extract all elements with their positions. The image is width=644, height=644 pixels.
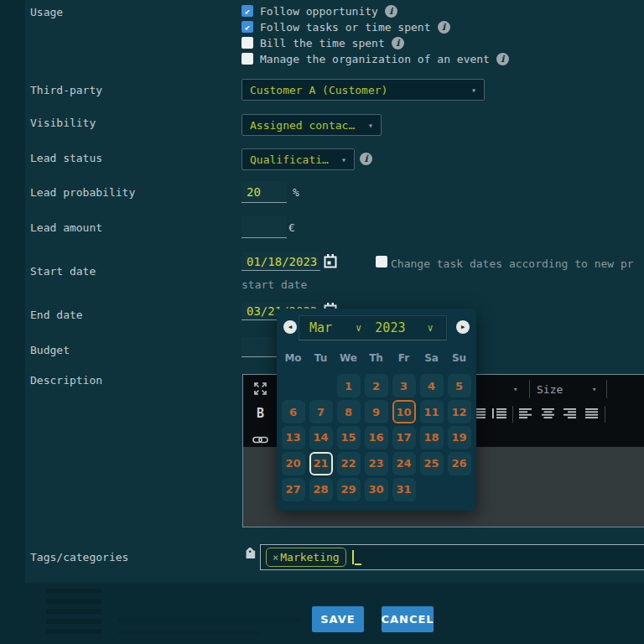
fullscreen-icon[interactable] (254, 382, 267, 395)
calendar-day-24[interactable]: 24 (392, 452, 416, 475)
align-center-icon[interactable] (542, 408, 554, 418)
calendar-day-6[interactable]: 6 (282, 400, 305, 423)
calendar-day-20[interactable]: 20 (282, 452, 305, 475)
calendar-day-21[interactable]: 21 (309, 452, 333, 475)
day-cell: 4 (418, 373, 445, 399)
tags-label: Tags/categories (30, 551, 128, 564)
weekday-label: We (335, 352, 362, 366)
day-cell: 21 (307, 450, 335, 476)
info-icon[interactable]: i (360, 153, 372, 165)
cancel-button[interactable]: CANCEL (382, 606, 434, 632)
tag-chip: ×Marketing (266, 548, 346, 567)
link-icon[interactable] (252, 435, 268, 444)
save-button[interactable]: SAVE (312, 606, 364, 632)
start-date-input[interactable]: 01/18/2023 (242, 252, 320, 271)
usage-options: ✔Follow opportunityi✔Follow tasks or tim… (242, 5, 509, 65)
calendar-day-16[interactable]: 16 (365, 426, 388, 449)
lead-amount-input[interactable] (242, 216, 287, 238)
weekday-label: Th (362, 352, 390, 366)
day-cell: 8 (335, 399, 362, 425)
calendar-icon[interactable] (324, 254, 337, 268)
tag-icon (243, 548, 257, 562)
day-cell: 16 (362, 425, 390, 451)
align-left-icon[interactable] (519, 408, 532, 418)
info-icon[interactable]: i (438, 21, 450, 34)
faded-text-remnant (117, 631, 260, 635)
usage-option-label: Manage the organization of an event (260, 53, 490, 65)
visibility-select[interactable]: Assigned contac… ▾ (242, 114, 382, 136)
year-select[interactable]: 2023 (375, 320, 405, 335)
change-task-dates-checkbox[interactable] (376, 256, 387, 267)
calendar-day-26[interactable]: 26 (448, 452, 471, 475)
day-cell: 15 (335, 425, 362, 451)
lead-status-label: Lead status (30, 152, 102, 164)
calendar-day-8[interactable]: 8 (337, 400, 361, 423)
end-date-label: End date (30, 309, 83, 321)
description-label: Description (30, 374, 102, 387)
info-icon[interactable]: i (385, 5, 397, 18)
calendar-day-17[interactable]: 17 (392, 426, 416, 449)
calendar-day-30[interactable]: 30 (365, 478, 388, 501)
day-cell: 23 (362, 450, 390, 476)
next-month-button[interactable]: ▶ (456, 320, 470, 334)
usage-option-label: Follow tasks or time spent (260, 21, 431, 34)
usage-checkbox-3[interactable] (242, 53, 253, 65)
calendar-day-28[interactable]: 28 (309, 478, 333, 501)
lead-status-select[interactable]: Qualificati… ▾ (242, 148, 355, 170)
calendar-day-29[interactable]: 29 (337, 478, 361, 501)
info-icon[interactable]: i (392, 37, 404, 49)
calendar-day-18[interactable]: 18 (420, 426, 444, 449)
project-edit-form: Usage ✔Follow opportunityi✔Follow tasks … (0, 0, 644, 644)
calendar-day-27[interactable]: 27 (282, 478, 305, 501)
usage-checkbox-0[interactable]: ✔ (242, 5, 253, 17)
usage-checkbox-1[interactable]: ✔ (242, 21, 253, 33)
calendar-day-19[interactable]: 19 (448, 426, 471, 449)
align-right-icon[interactable] (564, 408, 576, 418)
usage-option: Manage the organization of an eventi (242, 53, 509, 65)
align-justify-icon[interactable] (585, 408, 598, 418)
remove-tag-icon[interactable]: × (273, 552, 278, 564)
calendar-day-2[interactable]: 2 (365, 374, 388, 397)
faded-text-remnant (46, 599, 101, 604)
change-task-dates-text-line1: Change task dates according to new pr (391, 257, 644, 270)
toolbar-separator (529, 380, 530, 398)
calendar-day-23[interactable]: 23 (365, 452, 388, 475)
usage-option: ✔Follow opportunityi (242, 5, 509, 17)
info-icon[interactable]: i (496, 53, 509, 65)
lead-probability-input[interactable]: 20 (242, 181, 287, 203)
calendar-day-22[interactable]: 22 (337, 452, 361, 475)
day-cell: 11 (418, 399, 445, 425)
calendar-day-1[interactable]: 1 (337, 374, 361, 397)
third-party-select[interactable]: Customer A (Customer) ▾ (242, 79, 485, 101)
lead-probability-label: Lead probability (30, 186, 135, 199)
start-date-label: Start date (30, 265, 96, 278)
usage-label: Usage (30, 6, 63, 18)
calendar-day-9[interactable]: 9 (365, 400, 388, 423)
calendar-day-31[interactable]: 31 (392, 478, 416, 501)
faded-text-remnant (117, 618, 302, 622)
indent-icon[interactable] (492, 408, 506, 418)
calendar-day-14[interactable]: 14 (309, 426, 333, 449)
tag-chip-list: ×Marketing (266, 548, 346, 567)
month-select[interactable]: Mar (309, 320, 332, 335)
calendar-day-3[interactable]: 3 (392, 374, 416, 397)
calendar-day-4[interactable]: 4 (420, 374, 444, 397)
day-cell: 13 (279, 425, 307, 451)
chevron-down-icon: ▾ (465, 86, 476, 95)
calendar-day-15[interactable]: 15 (337, 426, 361, 449)
calendar-day-11[interactable]: 11 (420, 400, 444, 423)
calendar-day-12[interactable]: 12 (448, 400, 471, 423)
calendar-day-13[interactable]: 13 (282, 426, 305, 449)
bold-button[interactable]: B (257, 406, 264, 421)
calendar-day-10[interactable]: 10 (392, 400, 416, 423)
size-dropdown[interactable]: Size (537, 383, 563, 396)
day-cell: 1 (335, 373, 362, 399)
calendar-day-7[interactable]: 7 (309, 400, 333, 423)
weekday-row: MoTuWeThFrSaSu (279, 352, 473, 366)
prev-month-button[interactable]: ◀ (283, 320, 297, 334)
chevron-down-icon: ▾ (335, 155, 346, 164)
tags-input[interactable]: ×Marketing (260, 544, 644, 570)
calendar-day-5[interactable]: 5 (448, 374, 471, 397)
calendar-day-25[interactable]: 25 (420, 452, 444, 475)
usage-checkbox-2[interactable] (242, 37, 253, 49)
